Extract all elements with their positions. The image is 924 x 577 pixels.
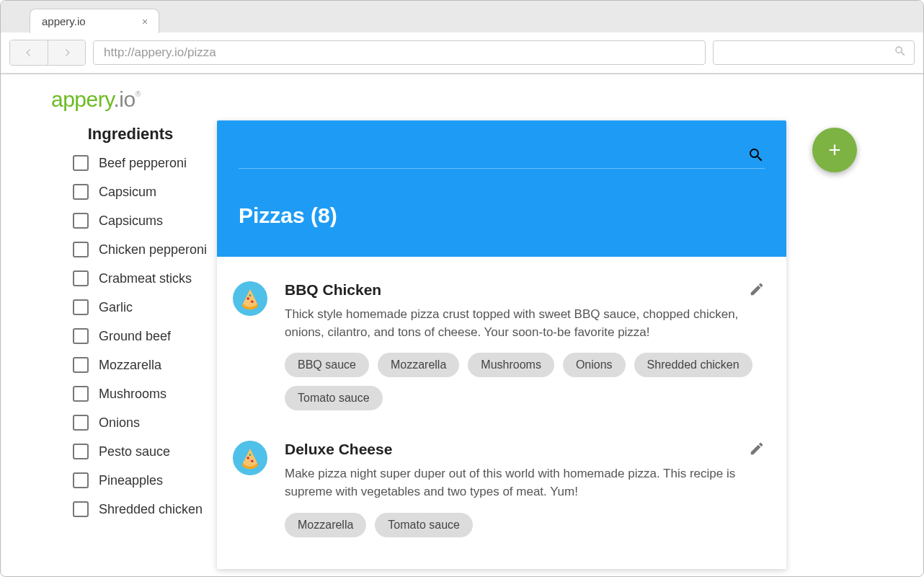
ingredient-row[interactable]: Ground beef [73, 328, 217, 344]
ingredient-label: Mushrooms [99, 387, 166, 402]
url-bar[interactable]: http://appery.io/pizza [93, 40, 706, 65]
tag[interactable]: Mozzarella [285, 513, 366, 537]
svg-point-4 [251, 460, 253, 462]
checkbox[interactable] [73, 213, 89, 229]
ingredient-row[interactable]: Pineapples [73, 472, 217, 488]
svg-point-3 [246, 457, 249, 459]
checkbox[interactable] [73, 357, 89, 373]
ingredient-row[interactable]: Shredded chicken [73, 501, 217, 517]
main-column: Pizzas (8) BBQ ChickenThick style homema… [217, 84, 923, 577]
pizza-body: BBQ ChickenThick style homemade pizza cr… [285, 281, 765, 410]
ingredient-label: Garlic [99, 300, 133, 315]
svg-point-1 [251, 301, 253, 303]
checkbox[interactable] [73, 501, 89, 517]
pizza-item: BBQ ChickenThick style homemade pizza cr… [217, 270, 786, 429]
ingredient-row[interactable]: Onions [73, 415, 217, 431]
pizza-icon [233, 281, 267, 316]
logo-part2: .io [114, 87, 136, 111]
checkbox[interactable] [73, 415, 89, 431]
ingredient-label: Capsicums [99, 213, 163, 229]
pizzas-card: Pizzas (8) BBQ ChickenThick style homema… [217, 120, 786, 569]
ingredient-label: Pineapples [99, 473, 163, 488]
browser-toolbar: http://appery.io/pizza [1, 32, 923, 74]
checkbox[interactable] [73, 328, 89, 344]
search-icon [894, 45, 907, 61]
checkbox[interactable] [73, 472, 89, 488]
browser-chrome: appery.io × http://appery.io/pizza [1, 1, 923, 74]
card-title: Pizzas (8) [239, 203, 765, 228]
ingredient-row[interactable]: Chicken pepperoni [73, 242, 217, 257]
url-text: http://appery.io/pizza [104, 45, 216, 60]
tag[interactable]: Tomato sauce [375, 513, 473, 537]
checkbox[interactable] [73, 270, 89, 286]
card-title-count: 8 [318, 203, 330, 227]
ingredient-label: Capsicum [99, 185, 156, 200]
checkbox[interactable] [73, 155, 89, 171]
ingredient-row[interactable]: Capsicums [73, 213, 217, 229]
tag[interactable]: Mozzarella [378, 353, 459, 377]
pizza-name: Deluxe Cheese [285, 441, 765, 458]
pizza-description: Thick style homemade pizza crust topped … [285, 306, 765, 341]
ingredient-label: Chicken pepperoni [99, 242, 207, 257]
tag[interactable]: Onions [563, 353, 626, 377]
pizza-icon [233, 441, 267, 475]
svg-point-5 [249, 454, 252, 457]
pizza-list: BBQ ChickenThick style homemade pizza cr… [217, 257, 786, 569]
card-header: Pizzas (8) [217, 120, 786, 257]
pizza-name: BBQ Chicken [285, 281, 765, 299]
browser-tab[interactable]: appery.io × [30, 9, 159, 33]
sidebar-title: Ingredients [44, 125, 217, 144]
ingredient-label: Ground beef [99, 329, 171, 344]
checkbox[interactable] [73, 184, 89, 200]
svg-point-0 [246, 297, 249, 299]
ingredient-row[interactable]: Mushrooms [73, 386, 217, 402]
ingredient-row[interactable]: Crabmeat sticks [73, 270, 217, 286]
ingredient-row[interactable]: Garlic [73, 299, 217, 315]
logo-reg: ® [136, 90, 141, 98]
edit-button[interactable] [749, 281, 766, 299]
close-icon[interactable]: × [138, 15, 151, 28]
ingredient-label: Pesto sauce [99, 444, 170, 459]
checkbox[interactable] [73, 242, 89, 257]
tag[interactable]: BBQ sauce [285, 353, 369, 377]
ingredient-list: Beef pepperoniCapsicumCapsicumsChicken p… [73, 155, 217, 517]
ingredient-row[interactable]: Pesto sauce [73, 444, 217, 459]
tag[interactable]: Shredded chicken [634, 353, 752, 377]
ingredient-label: Crabmeat sticks [99, 271, 192, 286]
pizza-tags: BBQ sauceMozzarellaMushroomsOnionsShredd… [285, 353, 765, 410]
nav-buttons [9, 40, 86, 66]
tab-strip: appery.io × [1, 1, 923, 32]
ingredient-label: Mozzarella [99, 358, 161, 373]
tag[interactable]: Tomato sauce [285, 386, 383, 410]
pizza-body: Deluxe CheeseMake pizza night super dupe… [285, 441, 765, 537]
ingredient-row[interactable]: Mozzarella [73, 357, 217, 373]
header-search-button[interactable] [747, 146, 765, 164]
edit-button[interactable] [749, 441, 766, 458]
ingredient-label: Shredded chicken [99, 502, 203, 517]
back-button[interactable] [10, 40, 48, 65]
add-button[interactable]: + [812, 128, 857, 172]
plus-icon: + [828, 138, 841, 162]
tab-title: appery.io [42, 15, 133, 27]
tag[interactable]: Mushrooms [468, 353, 554, 377]
card-title-prefix: Pizzas [239, 203, 305, 227]
browser-search-box[interactable] [713, 40, 915, 65]
forward-button[interactable] [48, 40, 85, 65]
pizza-tags: MozzarellaTomato sauce [285, 513, 765, 537]
ingredient-row[interactable]: Capsicum [73, 184, 217, 200]
pizza-item: Deluxe CheeseMake pizza night super dupe… [217, 429, 786, 555]
checkbox[interactable] [73, 386, 89, 402]
checkbox[interactable] [73, 299, 89, 315]
logo-part1: appery [51, 87, 114, 111]
logo: appery.io® [27, 84, 217, 120]
ingredient-label: Onions [99, 415, 140, 431]
checkbox[interactable] [73, 444, 89, 459]
pizza-description: Make pizza night super duper out of this… [285, 465, 765, 501]
left-column: appery.io® Ingredients Beef pepperoniCap… [1, 84, 217, 577]
ingredient-row[interactable]: Beef pepperoni [73, 155, 217, 171]
ingredient-label: Beef pepperoni [99, 156, 187, 171]
page-content: appery.io® Ingredients Beef pepperoniCap… [1, 74, 923, 577]
svg-point-2 [249, 294, 252, 296]
